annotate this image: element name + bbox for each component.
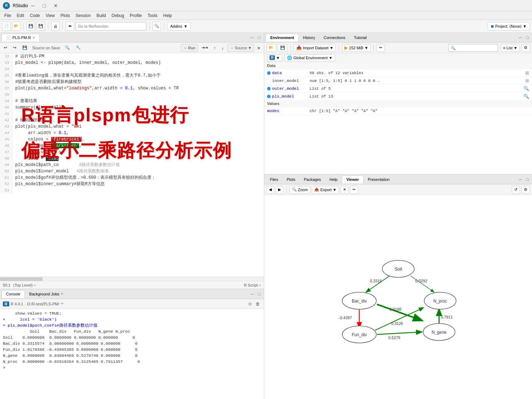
remove-plot-button[interactable]: ✕ (340, 186, 349, 194)
source-button[interactable]: → Source ▼ (227, 44, 254, 52)
save-workspace-button[interactable]: 💾 (278, 44, 288, 52)
code-line-46: 46 colneg = 'darkgreen', (0, 143, 264, 149)
back-plot-button[interactable]: ◀ (266, 186, 274, 194)
undo-button[interactable]: ↩ (1, 44, 10, 52)
global-env-button[interactable]: 🌐 Global Environment ▼ (284, 54, 335, 61)
menu-session[interactable]: Session (73, 11, 94, 20)
cursor-position: 50:1 (3, 283, 10, 287)
env-tab-tutorial[interactable]: Tutorial (350, 34, 371, 41)
data-grid-icon[interactable]: ⊞ (525, 70, 529, 76)
down-button[interactable]: ↓ (219, 44, 226, 52)
interrupt-button[interactable]: ⊙ (247, 301, 253, 307)
collapse-files-button[interactable]: ─ (517, 176, 523, 183)
bgjobs-tab[interactable]: Background Jobs ✕ (25, 290, 68, 298)
env-search-input[interactable] (448, 44, 498, 52)
find-button[interactable]: 🔍 (62, 44, 72, 52)
app-icon: R (3, 2, 10, 9)
menu-tools[interactable]: Tools (145, 11, 160, 20)
pls-model-search-icon[interactable]: 🔍 (523, 94, 529, 99)
console-content[interactable]: show.values = TRUE; + lcol = 'black') > … (0, 309, 264, 399)
env-tab-history[interactable]: History (299, 34, 319, 41)
plot-area: 0.3316 0.0292 -0.4397 1.0188 0.5279 (264, 195, 532, 399)
zoom-button[interactable]: 🔍 Zoom (289, 186, 310, 194)
files-tab-presentation[interactable]: Presentation (364, 176, 394, 183)
save-script-button[interactable]: 💾 (20, 44, 30, 52)
load-workspace-button[interactable]: 📂 (266, 44, 276, 52)
collapse-editor-button[interactable]: ─ (249, 34, 255, 41)
open-file-button[interactable]: 📂 (12, 22, 21, 31)
bgjobs-close[interactable]: ✕ (61, 292, 63, 296)
menu-help[interactable]: Help (160, 11, 175, 20)
menu-edit[interactable]: Edit (14, 11, 27, 20)
env-row-outer-model[interactable]: outer_model List of 5 🔍 (264, 85, 532, 93)
clean-plot-button[interactable]: ✏ (350, 186, 358, 194)
files-tab-viewer[interactable]: Viewer (342, 176, 364, 183)
menu-code[interactable]: Code (27, 11, 43, 20)
outer-model-search-icon[interactable]: 🔍 (523, 86, 529, 91)
console-tab[interactable]: Console (1, 290, 25, 298)
refresh-button[interactable]: ↺ (512, 186, 520, 194)
code-area[interactable]: 32# 运行PLS-PM 33pls_model <- plspm(data, … (0, 53, 264, 277)
export-button[interactable]: 📤 Export ▼ (312, 186, 339, 194)
r-version-button[interactable]: R ▼ (267, 54, 282, 61)
import-dataset-button[interactable]: 📥 Import Dataset ▼ (294, 44, 336, 52)
env-row-pls-model[interactable]: pls_model List of 13 🔍 (264, 93, 532, 100)
list-view-button[interactable]: ≡ List ▼ (501, 44, 520, 52)
expand-files-button[interactable]: □ (524, 176, 531, 183)
redo-button[interactable]: ↪ (11, 44, 19, 52)
inner-model-grid-icon[interactable]: ⊞ (525, 78, 529, 83)
run-button[interactable]: → Run (181, 44, 198, 52)
env-tab-environment[interactable]: Environment (266, 34, 299, 41)
env-row-modes[interactable]: modes chr [1:5] "A" "A" "A" "A" "A" (264, 107, 532, 115)
go-back-button[interactable]: ⬅ (66, 22, 74, 31)
print-button[interactable]: 🖨 (51, 22, 60, 31)
memory-info[interactable]: ▶ 152 MiB ▼ (342, 44, 371, 52)
env-row-inner-model[interactable]: inner_model num [1:5, 1:5] 0 1 1 0 0 0 0… (264, 77, 532, 85)
files-tab-files[interactable]: Files (266, 176, 282, 183)
project-button[interactable]: ■ Project: (None) ▼ (488, 22, 530, 31)
edit-path-button[interactable]: ✏ (61, 301, 64, 306)
forward-plot-button[interactable]: ▶ (276, 186, 283, 194)
settings-viewer-button[interactable]: ⚙ (521, 186, 530, 194)
collapse-console-button[interactable]: ─ (249, 291, 255, 297)
menu-build[interactable]: Build (94, 11, 109, 20)
menu-view[interactable]: View (43, 11, 58, 20)
menu-plots[interactable]: Plots (58, 11, 73, 20)
svg-text:0.5279: 0.5279 (388, 336, 400, 340)
collapse-env-button[interactable]: ─ (517, 34, 523, 41)
goto-input[interactable] (76, 22, 146, 31)
env-tab-connections[interactable]: Connections (319, 34, 349, 41)
files-tab-plots[interactable]: Plots (282, 176, 299, 183)
addins-button[interactable]: Addins ▼ (167, 22, 191, 31)
files-tab-packages[interactable]: Packages (300, 176, 325, 183)
expand-console-button[interactable]: □ (256, 291, 262, 297)
save-button[interactable]: 💾 (27, 22, 35, 31)
env-row-data[interactable]: data 50 obs. of 12 variables ⊞ (264, 69, 532, 77)
editor-tab-close[interactable]: ✕ (32, 36, 35, 40)
clear-console-button[interactable]: 🗑 (255, 301, 261, 307)
maximize-button[interactable]: □ (39, 2, 49, 9)
expand-env-button[interactable]: □ (524, 34, 531, 41)
editor-tab-plspm[interactable]: 📄 PLS-PM.R ✕ (1, 34, 40, 41)
console-line-1: show.values = TRUE; (3, 310, 261, 316)
menu-profile[interactable]: Profile (127, 11, 145, 20)
close-button[interactable]: ✕ (51, 2, 61, 9)
editor-scrollbar[interactable] (0, 277, 264, 281)
env-settings-button[interactable]: ⚙ (521, 44, 530, 52)
save-all-button[interactable]: 💾 (37, 22, 45, 31)
code-tools-button[interactable]: 🔧 (73, 44, 83, 52)
up-button[interactable]: ↑ (211, 44, 218, 52)
edit-env-button[interactable]: ✏ (377, 44, 385, 52)
menu-debug[interactable]: Debug (109, 11, 127, 20)
new-file-button[interactable]: 📄 (2, 22, 11, 31)
files-tab-help[interactable]: Help (325, 176, 342, 183)
minimize-button[interactable]: ─ (28, 2, 38, 9)
search-button[interactable]: 🔍 (153, 22, 161, 31)
menu-file[interactable]: File (1, 11, 14, 20)
step-button[interactable]: ⇥⇥ (199, 44, 210, 52)
expand-editor-button[interactable]: □ (256, 34, 262, 41)
align-button[interactable]: ≡ (255, 44, 262, 52)
console-path: · (24, 302, 26, 306)
console-line-3: > pls_model$path_coefs#路径系数参数估计值 (3, 322, 261, 328)
r-badge: R (3, 301, 9, 306)
